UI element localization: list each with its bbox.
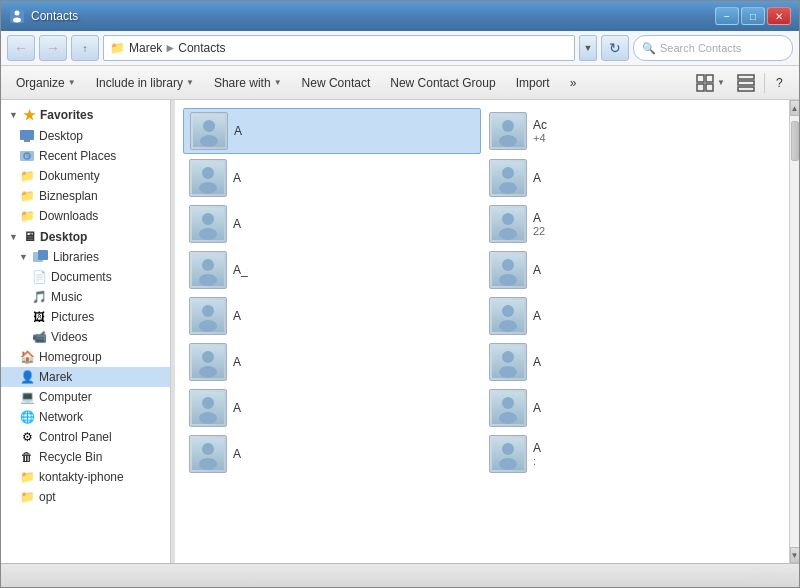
breadcrumb-contacts[interactable]: Contacts: [178, 41, 225, 55]
minimize-button[interactable]: −: [715, 7, 739, 25]
svg-point-34: [502, 213, 514, 225]
contact-item[interactable]: A: [183, 108, 481, 154]
svg-point-52: [502, 351, 514, 363]
contact-item[interactable]: A: [183, 386, 481, 430]
new-contact-group-button[interactable]: New Contact Group: [381, 70, 504, 96]
contact-info: A: [233, 355, 475, 369]
contact-item[interactable]: A: [183, 340, 481, 384]
svg-rect-4: [706, 75, 713, 82]
sidebar-item-recent[interactable]: Recent Places: [1, 146, 170, 166]
homegroup-icon: 🏠: [19, 349, 35, 365]
svg-point-38: [199, 274, 217, 286]
contact-avatar: [489, 343, 527, 381]
svg-point-32: [199, 228, 217, 240]
refresh-button[interactable]: ↻: [601, 35, 629, 61]
sidebar-item-music[interactable]: 🎵 Music: [1, 287, 170, 307]
svg-point-29: [499, 182, 517, 194]
scroll-up-button[interactable]: ▲: [790, 100, 800, 116]
address-path[interactable]: 📁 Marek ► Contacts: [103, 35, 575, 61]
contact-info: A: [234, 124, 474, 138]
pictures-icon: 🖼: [31, 309, 47, 325]
sidebar-item-documents[interactable]: 📄 Documents: [1, 267, 170, 287]
sidebar-item-dokumenty[interactable]: 📁 Dokumenty: [1, 166, 170, 186]
window-title: Contacts: [31, 9, 78, 23]
svg-point-28: [502, 167, 514, 179]
opt-label: opt: [39, 490, 56, 504]
sidebar-item-downloads[interactable]: 📁 Downloads: [1, 206, 170, 226]
libraries-expand-icon: ▼: [19, 252, 29, 262]
file-panel: A Ac+4 A A A: [175, 100, 789, 563]
downloads-folder-icon: 📁: [19, 208, 35, 224]
sidebar-item-control-panel[interactable]: ⚙ Control Panel: [1, 427, 170, 447]
layout-button[interactable]: [732, 70, 760, 96]
sidebar-item-homegroup[interactable]: 🏠 Homegroup: [1, 347, 170, 367]
contact-avatar: [489, 389, 527, 427]
contact-name: A: [533, 211, 775, 225]
library-button[interactable]: Include in library ▼: [87, 70, 203, 96]
contact-avatar: [489, 205, 527, 243]
contact-item[interactable]: Ac+4: [483, 108, 781, 154]
videos-label: Videos: [51, 330, 87, 344]
contact-name: A: [533, 441, 775, 455]
contact-item[interactable]: A: [483, 248, 781, 292]
contact-item[interactable]: A:: [483, 432, 781, 476]
marek-icon: 👤: [19, 369, 35, 385]
search-box[interactable]: 🔍 Search Contacts: [633, 35, 793, 61]
sidebar-item-recycle-bin[interactable]: 🗑 Recycle Bin: [1, 447, 170, 467]
view-options-button[interactable]: ▼: [691, 70, 730, 96]
more-button[interactable]: »: [561, 70, 586, 96]
contact-item[interactable]: A: [183, 202, 481, 246]
sidebar-item-marek[interactable]: 👤 Marek: [1, 367, 170, 387]
contact-item[interactable]: A: [483, 294, 781, 338]
contact-avatar: [489, 159, 527, 197]
sidebar-item-network[interactable]: 🌐 Network: [1, 407, 170, 427]
sidebar-item-kontakty[interactable]: 📁 kontakty-iphone: [1, 467, 170, 487]
network-label: Network: [39, 410, 83, 424]
import-button[interactable]: Import: [507, 70, 559, 96]
share-button[interactable]: Share with ▼: [205, 70, 291, 96]
contact-item[interactable]: A: [183, 432, 481, 476]
sidebar-item-opt[interactable]: 📁 opt: [1, 487, 170, 507]
sidebar-desktop2-header[interactable]: ▼ 🖥 Desktop: [1, 226, 170, 247]
sidebar-item-videos[interactable]: 📹 Videos: [1, 327, 170, 347]
svg-point-58: [502, 397, 514, 409]
desktop-icon: [19, 128, 35, 144]
contact-item[interactable]: A: [183, 294, 481, 338]
sidebar-item-desktop[interactable]: Desktop: [1, 126, 170, 146]
favorites-star-icon: ★: [23, 107, 36, 123]
contact-detail: +4: [533, 132, 775, 144]
computer-label: Computer: [39, 390, 92, 404]
view-dropdown-icon: ▼: [717, 78, 725, 87]
contact-item[interactable]: A_: [183, 248, 481, 292]
control-panel-label: Control Panel: [39, 430, 112, 444]
forward-button[interactable]: →: [39, 35, 67, 61]
new-contact-button[interactable]: New Contact: [293, 70, 380, 96]
address-dropdown[interactable]: ▼: [579, 35, 597, 61]
biznesplan-label: Biznesplan: [39, 189, 98, 203]
help-button[interactable]: ?: [769, 70, 793, 96]
scrollbar[interactable]: ▲ ▼: [789, 100, 799, 563]
address-icon: 📁: [110, 41, 125, 55]
contact-item[interactable]: A: [483, 156, 781, 200]
up-button[interactable]: ↑: [71, 35, 99, 61]
title-bar: Contacts − □ ✕: [1, 1, 799, 31]
close-button[interactable]: ✕: [767, 7, 791, 25]
contact-item[interactable]: A: [483, 386, 781, 430]
breadcrumb-marek[interactable]: Marek: [129, 41, 162, 55]
contact-item[interactable]: A: [483, 340, 781, 384]
sidebar-favorites-header[interactable]: ▼ ★ Favorites: [1, 104, 170, 126]
contact-info: Ac+4: [533, 118, 775, 144]
scroll-down-button[interactable]: ▼: [790, 547, 800, 563]
opt-folder-icon: 📁: [19, 489, 35, 505]
contact-name: A: [233, 401, 475, 415]
sidebar-item-computer[interactable]: 💻 Computer: [1, 387, 170, 407]
maximize-button[interactable]: □: [741, 7, 765, 25]
scroll-thumb[interactable]: [791, 121, 799, 161]
back-button[interactable]: ←: [7, 35, 35, 61]
sidebar-item-pictures[interactable]: 🖼 Pictures: [1, 307, 170, 327]
sidebar-libraries-header[interactable]: ▼ Libraries: [1, 247, 170, 267]
contact-item[interactable]: A22: [483, 202, 781, 246]
sidebar-item-biznesplan[interactable]: 📁 Biznesplan: [1, 186, 170, 206]
organize-button[interactable]: Organize ▼: [7, 70, 85, 96]
contact-item[interactable]: A: [183, 156, 481, 200]
